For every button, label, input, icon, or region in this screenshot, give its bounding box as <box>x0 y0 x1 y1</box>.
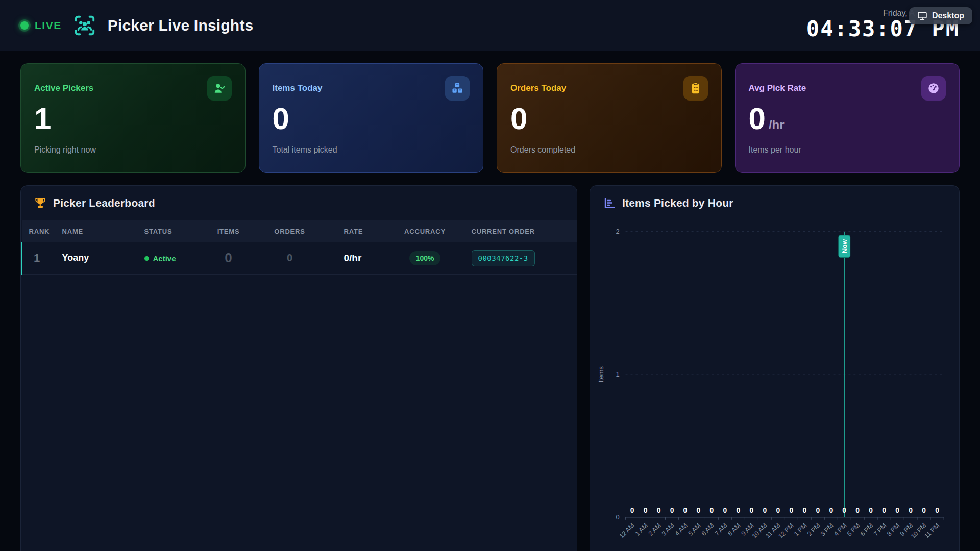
trophy-icon <box>34 197 46 209</box>
value-label: 0 <box>829 506 833 514</box>
stat-title: Items Today <box>273 83 323 93</box>
live-label: LIVE <box>35 19 62 32</box>
value-label: 0 <box>657 506 661 514</box>
clipboard-list-icon <box>683 76 708 101</box>
accuracy-cell: 100% <box>392 242 458 274</box>
accuracy-badge: 100% <box>409 251 441 265</box>
stat-title: Orders Today <box>510 83 566 93</box>
x-tick-label: 2 AM <box>647 522 663 537</box>
y-tick-label: 0 <box>616 513 619 521</box>
stat-value: 0/hr <box>749 104 946 134</box>
y-tick-label: 1 <box>616 370 619 378</box>
x-tick-label: 5 AM <box>687 522 702 537</box>
status-badge: Active <box>153 254 176 263</box>
items-by-hour-chart: 012ItemsNow012 AM01 AM02 AM03 AM04 AM05 … <box>590 220 959 551</box>
x-tick-label: 3 AM <box>660 522 676 537</box>
value-label: 0 <box>630 506 634 514</box>
value-label: 0 <box>895 506 899 514</box>
orders-cell: 0 <box>254 242 326 274</box>
column-header-orders: Orders <box>254 220 326 242</box>
desktop-button-label: Desktop <box>932 11 964 20</box>
rank-cell: 1 <box>22 242 55 274</box>
x-tick-label: 6 PM <box>859 522 874 537</box>
x-tick-label: 4 AM <box>674 522 689 537</box>
stat-subtitle: Items per hour <box>749 145 946 155</box>
current-order-cell: 000347622-3 <box>458 242 577 274</box>
column-header-status: Status <box>137 220 203 242</box>
user-check-icon <box>207 76 232 101</box>
x-tick-label: 7 AM <box>714 522 729 537</box>
x-tick-label: 12 AM <box>618 522 636 540</box>
picker-name: Yoany <box>55 242 137 274</box>
value-label: 0 <box>869 506 873 514</box>
x-tick-label: 4 PM <box>832 522 848 537</box>
stat-title: Avg Pick Rate <box>749 83 806 93</box>
stat-card-orders-today: Orders Today 0 Orders completed <box>497 63 722 173</box>
stat-title: Active Pickers <box>34 83 93 93</box>
value-label: 0 <box>922 506 926 514</box>
column-header-current-order: Current Order <box>458 220 577 242</box>
leaderboard-title: Picker Leaderboard <box>53 197 155 209</box>
stat-value: 0 <box>510 104 708 134</box>
app-header: LIVE Picker Live Insights Friday, A 04:3… <box>0 0 980 51</box>
x-tick-label: 1 AM <box>634 522 649 537</box>
column-header-accuracy: Accuracy <box>392 220 458 242</box>
leaderboard-row-yoany[interactable]: 1 Yoany Active 0 0 0/hr 100% <box>22 242 577 274</box>
value-label: 0 <box>802 506 806 514</box>
value-label: 0 <box>763 506 767 514</box>
stats-row: Active Pickers 1 Picking right now Items… <box>20 63 960 173</box>
x-tick-label: 8 AM <box>727 522 742 537</box>
x-tick-label: 12 PM <box>777 522 795 540</box>
value-label: 0 <box>750 506 754 514</box>
pickers-scan-logo-icon <box>73 14 96 37</box>
value-label: 0 <box>683 506 688 514</box>
stat-card-items-today: Items Today 0 Total items picked <box>259 63 484 173</box>
x-tick-label: 3 PM <box>819 522 835 537</box>
chart-title: Items Picked by Hour <box>622 197 733 209</box>
leaderboard-header-row: Rank Name Status Items Orders Rate Accur… <box>22 220 577 242</box>
stat-subtitle: Orders completed <box>510 145 708 155</box>
value-label: 0 <box>776 506 780 514</box>
x-tick-label: 8 PM <box>886 522 901 537</box>
value-label: 0 <box>855 506 860 514</box>
rate-cell: 0/hr <box>326 242 392 274</box>
stat-subtitle: Picking right now <box>34 145 232 155</box>
value-label: 0 <box>789 506 793 514</box>
value-label: 0 <box>842 506 846 514</box>
stat-value: 0 <box>273 104 470 134</box>
picker-leaderboard-panel: Picker Leaderboard Rank Name Status Item… <box>20 185 577 551</box>
status-dot-icon <box>144 256 149 261</box>
value-label: 0 <box>935 506 939 514</box>
items-by-hour-panel: Items Picked by Hour 012ItemsNow012 AM01… <box>590 185 960 551</box>
x-tick-label: 1 PM <box>793 522 808 537</box>
x-tick-label: 11 PM <box>923 522 941 540</box>
x-tick-label: 2 PM <box>806 522 821 537</box>
column-header-rate: Rate <box>326 220 392 242</box>
value-label: 0 <box>723 506 727 514</box>
x-tick-label: 6 AM <box>700 522 716 537</box>
stat-value: 1 <box>34 104 232 134</box>
monitor-icon <box>917 11 927 21</box>
live-badge: LIVE <box>20 19 62 32</box>
column-header-rank: Rank <box>22 220 55 242</box>
stat-card-active-pickers: Active Pickers 1 Picking right now <box>20 63 246 173</box>
value-label: 0 <box>670 506 674 514</box>
x-tick-label: 5 PM <box>846 522 861 537</box>
value-label: 0 <box>737 506 741 514</box>
value-label: 0 <box>697 506 701 514</box>
desktop-share-button[interactable]: Desktop <box>909 7 972 24</box>
boxes-icon <box>445 76 470 101</box>
column-header-name: Name <box>55 220 137 242</box>
y-axis-label: Items <box>597 366 605 383</box>
x-tick-label: 7 PM <box>872 522 888 537</box>
page-title: Picker Live Insights <box>108 17 254 34</box>
stat-card-avg-pick-rate: Avg Pick Rate 0/hr Items per hour <box>735 63 960 173</box>
status-cell: Active <box>137 242 203 274</box>
items-cell: 0 <box>203 242 254 274</box>
stat-subtitle: Total items picked <box>273 145 470 155</box>
x-tick-label: 10 PM <box>910 522 927 540</box>
bar-chart-icon <box>603 197 616 209</box>
value-label: 0 <box>882 506 886 514</box>
column-header-items: Items <box>203 220 254 242</box>
leaderboard-table: Rank Name Status Items Orders Rate Accur… <box>21 220 577 275</box>
